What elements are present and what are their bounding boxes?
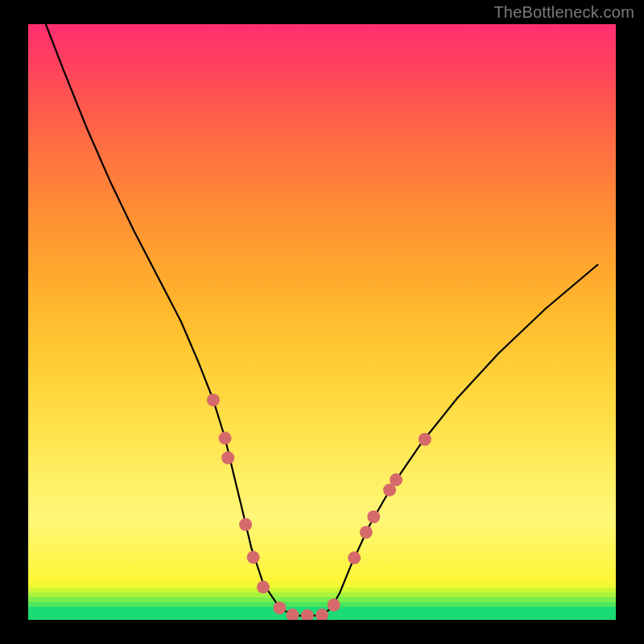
guide-point <box>316 609 328 620</box>
guide-point <box>390 473 402 486</box>
guide-point <box>360 526 373 539</box>
guide-point <box>328 599 341 612</box>
plot-area <box>28 24 616 620</box>
guide-point <box>301 609 314 620</box>
guide-point <box>219 431 232 444</box>
watermark-text: TheBottleneck.com <box>493 3 634 22</box>
guide-points-group <box>207 394 431 620</box>
guide-point <box>367 510 380 523</box>
chart-frame: TheBottleneck.com <box>0 0 644 644</box>
guide-point <box>247 551 260 564</box>
chart-svg <box>28 24 616 620</box>
guide-point <box>257 580 270 593</box>
guide-point <box>287 609 299 620</box>
bottleneck-curve <box>46 24 598 616</box>
guide-point <box>348 551 361 564</box>
guide-point <box>273 601 286 614</box>
guide-point <box>221 452 234 464</box>
guide-point <box>419 433 431 446</box>
guide-point <box>239 518 252 531</box>
guide-point <box>207 394 220 407</box>
